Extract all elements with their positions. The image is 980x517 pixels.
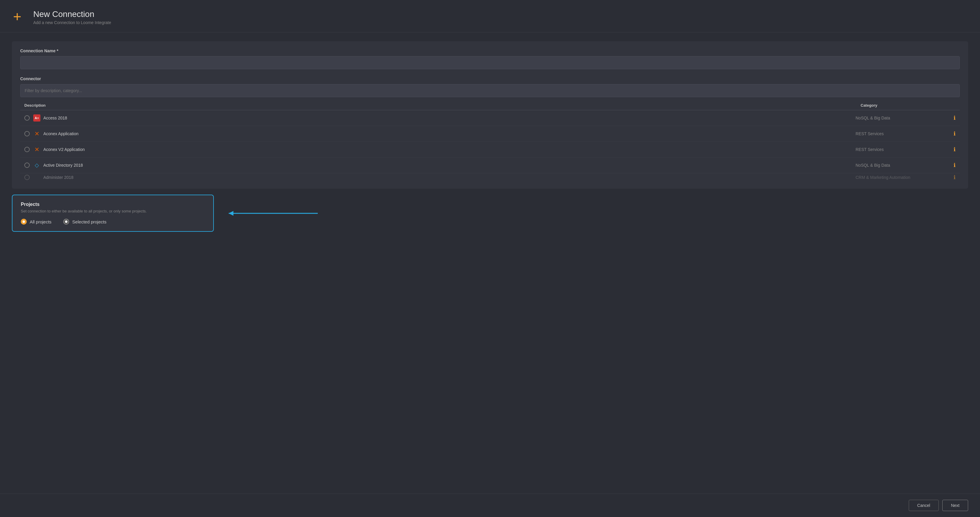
- projects-with-arrow: Projects Set connection to either be ava…: [12, 195, 968, 232]
- all-projects-radio[interactable]: [21, 219, 27, 225]
- connector-name-administer: Administer 2018: [43, 175, 856, 180]
- administer-icon: [33, 174, 40, 181]
- connector-radio-aconex-app[interactable]: [24, 131, 30, 136]
- projects-options: All projects Selected projects: [21, 219, 205, 225]
- connector-label: Connector: [20, 77, 960, 81]
- next-button[interactable]: Next: [942, 500, 968, 511]
- cancel-button[interactable]: Cancel: [909, 500, 939, 511]
- connector-table-header: Description Category: [20, 99, 960, 110]
- connector-radio-aconex-v2[interactable]: [24, 147, 30, 152]
- connector-list: A≡ Access 2018 NoSQL & Big Data ℹ ✕ Acon…: [20, 110, 960, 182]
- page-footer: Cancel Next: [0, 493, 980, 517]
- projects-section: Projects Set connection to either be ava…: [12, 195, 214, 232]
- connector-row[interactable]: Administer 2018 CRM & Marketing Automati…: [20, 173, 960, 182]
- projects-subtitle: Set connection to either be available to…: [21, 209, 205, 213]
- all-projects-label: All projects: [30, 219, 51, 224]
- connection-name-field: Connection Name *: [20, 48, 960, 69]
- connector-radio-administer[interactable]: [24, 175, 30, 180]
- connector-name-active-dir: Active Directory 2018: [43, 163, 856, 168]
- svg-text:+: +: [13, 9, 21, 24]
- page-header: + New Connection Add a new Connection to…: [0, 0, 980, 32]
- connector-filter-input[interactable]: [20, 84, 960, 97]
- connector-row[interactable]: ✕ Aconex V2 Application REST Services ℹ: [20, 142, 960, 158]
- arrow-svg: [223, 207, 324, 219]
- selected-projects-option[interactable]: Selected projects: [63, 219, 106, 225]
- selected-projects-label: Selected projects: [72, 219, 106, 224]
- connector-section: Connector Description Category A≡ Access…: [20, 77, 960, 182]
- connection-name-input[interactable]: [20, 56, 960, 69]
- info-icon-active-dir[interactable]: ℹ: [954, 162, 956, 169]
- main-content: Connection Name * Connector Description …: [0, 32, 980, 493]
- connector-radio-active-dir[interactable]: [24, 163, 30, 168]
- info-icon-aconex-v2[interactable]: ℹ: [954, 146, 956, 153]
- connector-category-aconex-app: REST Services: [856, 131, 951, 136]
- all-projects-option[interactable]: All projects: [21, 219, 51, 225]
- page-subtitle: Add a new Connection to Loome Integrate: [33, 20, 111, 25]
- info-icon-administer[interactable]: ℹ: [954, 174, 956, 181]
- connection-name-label: Connection Name *: [20, 48, 960, 53]
- info-icon-access-2018[interactable]: ℹ: [954, 115, 956, 121]
- connector-category-aconex-v2: REST Services: [856, 147, 951, 152]
- connector-radio-access-2018[interactable]: [24, 115, 30, 121]
- connector-name-access-2018: Access 2018: [43, 116, 856, 120]
- connector-row[interactable]: ◇ Active Directory 2018 NoSQL & Big Data…: [20, 158, 960, 173]
- page-title: New Connection: [33, 10, 111, 19]
- projects-title: Projects: [21, 202, 205, 207]
- access-2018-icon: A≡: [33, 114, 40, 121]
- aconex-v2-icon: ✕: [33, 146, 40, 153]
- svg-marker-3: [229, 211, 234, 216]
- connector-category-active-dir: NoSQL & Big Data: [856, 163, 951, 168]
- connector-category-administer: CRM & Marketing Automation: [856, 175, 951, 180]
- connector-name-aconex-v2: Aconex V2 Application: [43, 147, 856, 152]
- category-column-header: Category: [861, 103, 956, 108]
- header-text-block: New Connection Add a new Connection to L…: [33, 10, 111, 25]
- connector-row[interactable]: A≡ Access 2018 NoSQL & Big Data ℹ: [20, 110, 960, 126]
- connector-category-access-2018: NoSQL & Big Data: [856, 116, 951, 120]
- form-section: Connection Name * Connector Description …: [12, 41, 968, 189]
- arrow-annotation: [223, 207, 324, 219]
- new-connection-icon: +: [12, 8, 27, 26]
- aconex-app-icon: ✕: [33, 130, 40, 137]
- active-dir-icon: ◇: [33, 162, 40, 169]
- connector-name-aconex-app: Aconex Application: [43, 131, 856, 136]
- connector-row[interactable]: ✕ Aconex Application REST Services ℹ: [20, 126, 960, 142]
- selected-projects-radio[interactable]: [63, 219, 69, 225]
- info-icon-aconex-app[interactable]: ℹ: [954, 131, 956, 137]
- description-column-header: Description: [24, 103, 861, 108]
